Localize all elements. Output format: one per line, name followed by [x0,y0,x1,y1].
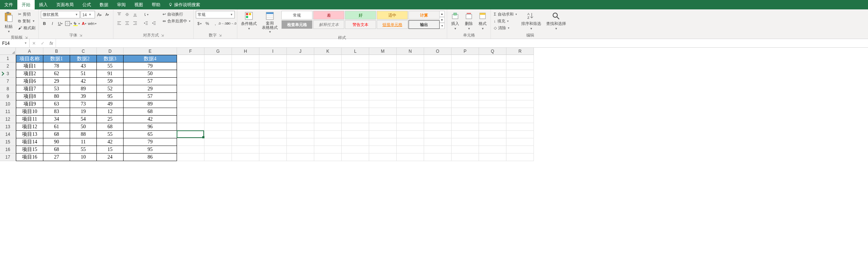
phonetic-button[interactable]: wén▾ [88,20,96,27]
cell[interactable] [506,70,534,78]
font-color-button[interactable]: A▾ [81,20,88,27]
accounting-format-button[interactable]: $▾ [196,20,203,27]
cell[interactable] [424,93,452,100]
column-header-D[interactable]: D [97,48,124,55]
cell[interactable]: 42 [97,138,124,146]
cell[interactable]: 27 [43,154,70,161]
cell[interactable]: 55 [70,146,97,154]
cell[interactable] [177,100,204,108]
cell[interactable] [397,123,424,131]
cell[interactable] [259,100,287,108]
cell[interactable]: 78 [43,62,70,70]
cell[interactable] [204,154,232,161]
cell[interactable] [452,131,479,138]
cell[interactable] [177,70,204,78]
cut-button[interactable]: ✂剪切 [17,11,36,17]
align-left-button[interactable] [116,20,123,27]
cell[interactable]: 29 [43,78,70,85]
font-size-select[interactable]: 14▼ [81,11,95,18]
tell-me-search[interactable]: 操作说明搜索 [165,0,204,9]
cell[interactable] [259,108,287,116]
cell[interactable]: 63 [43,100,70,108]
cell[interactable] [314,108,342,116]
cell[interactable] [232,85,259,93]
cell[interactable] [204,131,232,138]
cell[interactable] [452,154,479,161]
cell[interactable] [342,154,369,161]
cell[interactable] [177,78,204,85]
cell[interactable] [452,62,479,70]
cell[interactable]: 89 [124,100,177,108]
format-cells-button[interactable]: 格式▼ [477,11,488,31]
cell[interactable] [342,78,369,85]
menu-tab-review[interactable]: 审阅 [113,0,130,9]
cell[interactable] [424,123,452,131]
increase-font-button[interactable]: A▴ [96,11,103,18]
cell[interactable]: 90 [43,138,70,146]
cell[interactable] [506,146,534,154]
cell[interactable] [479,131,506,138]
cell[interactable] [314,85,342,93]
cell[interactable] [506,123,534,131]
style-warn[interactable]: 警告文本 [345,20,376,29]
cell[interactable] [397,93,424,100]
cell[interactable] [424,62,452,70]
cell[interactable]: 39 [70,93,97,100]
cell[interactable] [479,70,506,78]
gallery-more-button[interactable]: ▾ [440,23,445,29]
cell[interactable] [452,55,479,62]
cell[interactable]: 61 [43,123,70,131]
cell[interactable]: 54 [70,116,97,123]
cell[interactable] [479,138,506,146]
cell[interactable]: 53 [43,85,70,93]
align-center-button[interactable] [124,20,131,27]
menu-tab-view[interactable]: 视图 [130,0,147,9]
align-right-button[interactable] [131,20,139,27]
row-header[interactable]: 16 [0,146,16,154]
bold-button[interactable]: B [41,20,48,27]
cell[interactable] [287,85,314,93]
style-output[interactable]: 输出 [409,20,440,29]
cell[interactable] [259,146,287,154]
cell[interactable] [479,62,506,70]
cell[interactable]: 95 [97,93,124,100]
cell[interactable] [287,146,314,154]
cell[interactable] [452,146,479,154]
cell[interactable]: 项目1 [16,62,43,70]
cell[interactable] [177,116,204,123]
gallery-up-button[interactable]: ▲ [440,11,445,17]
cell[interactable] [232,116,259,123]
cell[interactable]: 项目12 [16,123,43,131]
menu-tab-help[interactable]: 帮助 [147,0,165,9]
increase-indent-button[interactable] [150,20,157,27]
cell[interactable] [232,78,259,85]
sort-filter-button[interactable]: AZ排序和筛选▼ [520,11,543,31]
cell[interactable] [342,100,369,108]
cell[interactable] [397,146,424,154]
cell[interactable]: 15 [97,146,124,154]
wrap-text-button[interactable]: ↩自动换行 [162,11,191,17]
cell[interactable]: 51 [70,70,97,78]
cell[interactable] [479,108,506,116]
dialog-launcher-icon[interactable]: ⇲ [25,36,28,39]
cell[interactable] [452,100,479,108]
cell[interactable] [287,131,314,138]
cell[interactable] [287,55,314,62]
cell[interactable]: 项目14 [16,138,43,146]
cell[interactable] [506,85,534,93]
cell[interactable]: 83 [43,108,70,116]
cell[interactable] [232,70,259,78]
cell[interactable] [369,138,397,146]
cell[interactable]: 11 [70,138,97,146]
find-select-button[interactable]: 查找和选择▼ [545,11,567,31]
dialog-launcher-icon[interactable]: ⇲ [219,34,222,37]
cell[interactable] [314,154,342,161]
cell[interactable] [342,116,369,123]
cell[interactable] [452,78,479,85]
cell[interactable] [287,100,314,108]
cell[interactable] [369,116,397,123]
cell[interactable] [232,138,259,146]
cell[interactable]: 项目2 [16,70,43,78]
cell[interactable] [452,123,479,131]
column-header-B[interactable]: B [43,48,70,55]
